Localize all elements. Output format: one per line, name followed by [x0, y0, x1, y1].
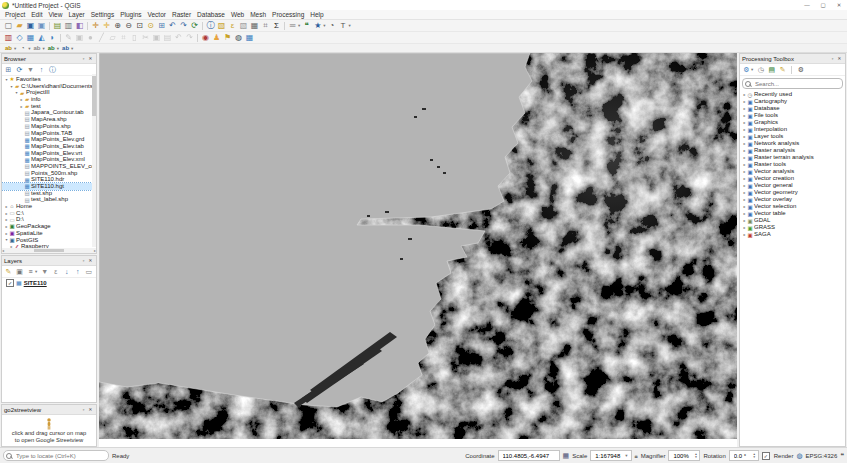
processing-group-grass[interactable]: ▸▣GRASS	[740, 224, 845, 231]
field-calculator-icon[interactable]: ⌗	[260, 20, 271, 31]
cut-features-icon[interactable]: ✂	[140, 32, 151, 43]
data-source-manager-icon[interactable]: ▥	[3, 32, 14, 43]
browser-item-d[interactable]: ▸▭D:\	[2, 216, 96, 223]
menu-mesh[interactable]: Mesh	[247, 10, 269, 19]
menu-plugins[interactable]: Plugins	[117, 10, 144, 19]
processing-group-vector-analysis[interactable]: ▸▣Vector analysis	[740, 168, 845, 175]
select-by-expression-icon[interactable]: ε	[227, 20, 238, 31]
save-project-as-icon[interactable]: ▣	[36, 20, 47, 31]
browser-collapse-all-icon[interactable]: ↑	[37, 65, 46, 74]
processing-group-vector-table[interactable]: ▸▣Vector table	[740, 210, 845, 217]
browser-item-c[interactable]: ▸▭C:\	[2, 210, 96, 217]
spinner-arrows-icon[interactable]: ▲▼	[694, 453, 697, 459]
browser-properties-icon[interactable]: ⓘ	[48, 65, 57, 74]
lock-scale-icon[interactable]: 🔒︎	[635, 451, 638, 461]
menu-database[interactable]: Database	[194, 10, 228, 19]
chevron-down-icon[interactable]: ▾	[625, 453, 627, 458]
processing-models-icon[interactable]: ⚙▾	[742, 65, 754, 74]
notification-plugin-icon[interactable]: ⚑	[222, 32, 233, 43]
processing-group-vector-general[interactable]: ▸▣Vector general	[740, 182, 845, 189]
statistical-summary-icon[interactable]: Σ	[271, 20, 282, 31]
annotation-icon[interactable]: T▾	[338, 20, 352, 31]
toggle-editing-icon[interactable]: ✎	[63, 32, 74, 43]
browser-item-mappoints-shp[interactable]: ▤MapPoints.shp	[2, 123, 96, 130]
processing-edit-in-place-icon[interactable]: ✎	[778, 65, 787, 74]
browser-item-mappoints-elev-vrt[interactable]: ▦MapPoints_Elev.vrt	[2, 150, 96, 157]
save-edits-icon[interactable]: ▣	[74, 32, 85, 43]
go2streetview-plugin-icon[interactable]: ♟	[211, 32, 222, 43]
undo-icon[interactable]: ↶	[173, 32, 184, 43]
browser-item-c-users-dhani-documents-gis-databas[interactable]: ▾▰C:\Users\dhani\Documents\GIS DataBas	[2, 83, 96, 90]
minimize-button[interactable]: —	[799, 0, 815, 10]
processing-group-cartography[interactable]: ▸▣Cartography	[740, 98, 845, 105]
new-print-layout-icon[interactable]: ▤	[52, 20, 63, 31]
new-project-icon[interactable]: ▢	[3, 20, 14, 31]
processing-group-saga[interactable]: ▸▣SAGA	[740, 231, 845, 238]
pan-map-icon[interactable]: ✛	[90, 20, 101, 31]
browser-item-maparea-shp[interactable]: ▤MapArea.shp	[2, 116, 96, 123]
add-group-icon[interactable]: ▣	[15, 267, 24, 276]
zoom-next-icon[interactable]: ↷	[178, 20, 189, 31]
processing-group-vector-overlay[interactable]: ▸▣Vector overlay	[740, 196, 845, 203]
open-project-icon[interactable]: ▰	[14, 20, 25, 31]
maximize-button[interactable]: ▢	[815, 0, 831, 10]
browser-item-mappoints-elev-tab[interactable]: ▦MapPoints_Elev.tab	[2, 143, 96, 150]
processing-group-graphics[interactable]: ▸▣Graphics	[740, 119, 845, 126]
scale-combo[interactable]: ▾	[590, 450, 631, 461]
browser-refresh-icon[interactable]: ⟳	[15, 65, 24, 74]
crs-globe-icon[interactable]: ◍	[796, 451, 802, 461]
map-tips-icon[interactable]: ❝	[301, 20, 312, 31]
browser-filter-icon[interactable]: ▼	[26, 65, 35, 74]
browser-close-icon[interactable]: ✕	[87, 56, 94, 61]
magnifier-spinner[interactable]: ▲▼	[668, 450, 700, 461]
deselect-all-icon[interactable]: ▧	[238, 20, 249, 31]
save-project-icon[interactable]: ▣	[25, 20, 36, 31]
browser-item-test-label-shp[interactable]: ▤test_label.shp	[2, 196, 96, 203]
layer-labeling-button[interactable]: ab▾	[3, 43, 17, 54]
move-label-button[interactable]: ab▾	[60, 43, 74, 54]
magnifier-input[interactable]	[671, 452, 693, 460]
browser-item-mappoints-tab[interactable]: ▤MapPoints.TAB	[2, 130, 96, 137]
style-manager-icon[interactable]: ◧	[74, 20, 85, 31]
processing-group-gdal[interactable]: ▸▣GDAL	[740, 217, 845, 224]
go2streetview-close-icon[interactable]: ✕	[87, 407, 94, 412]
browser-item-info[interactable]: ▸▰info	[2, 96, 96, 103]
remove-layer-icon[interactable]: ▭	[84, 267, 93, 276]
spinner-arrows-icon[interactable]: ▲▼	[753, 453, 756, 459]
measure-icon[interactable]: ═▾	[287, 20, 301, 31]
filter-expression-icon[interactable]: ε	[51, 267, 60, 276]
layers-close-icon[interactable]: ✕	[87, 258, 94, 263]
redo-icon[interactable]: ↷	[184, 32, 195, 43]
browser-item-postgis[interactable]: ▾▣PostGIS	[2, 237, 96, 244]
menu-processing[interactable]: Processing	[269, 10, 307, 19]
processing-results-icon[interactable]: ▤	[767, 65, 776, 74]
filter-legend-icon[interactable]: ▼	[40, 267, 49, 276]
browser-item-mappoints-elev-grd[interactable]: ▦MapPoints_Elev.grd	[2, 136, 96, 143]
refresh-map-icon[interactable]: ⟳	[189, 20, 200, 31]
browser-item-favorites[interactable]: ▾★Favorites	[2, 76, 96, 83]
add-delimited-text-icon[interactable]: ◗	[47, 32, 58, 43]
menu-project[interactable]: Project	[2, 10, 28, 19]
open-attribute-table-icon[interactable]: ▦	[249, 20, 260, 31]
render-checkbox[interactable]: ✓	[762, 452, 770, 460]
layer-visibility-checkbox[interactable]: ✓	[6, 279, 14, 287]
extents-icon[interactable]: ▦	[563, 451, 570, 461]
layout-manager-icon[interactable]: ▥	[63, 20, 74, 31]
collapse-all-icon[interactable]: ↑	[73, 267, 82, 276]
menu-settings[interactable]: Settings	[88, 10, 118, 19]
paste-features-icon[interactable]: ▤	[162, 32, 173, 43]
browser-item-spatialite[interactable]: ▸▣SpatiaLite	[2, 230, 96, 237]
messages-icon[interactable]: ❝	[840, 451, 844, 461]
browser-item-points-500m-shp[interactable]: ▤Points_500m.shp	[2, 170, 96, 177]
processing-group-raster-tools[interactable]: ▸▣Raster tools	[740, 161, 845, 168]
pin-labels-button[interactable]: ab▾	[32, 43, 46, 54]
locate-input[interactable]	[14, 452, 106, 460]
processing-group-vector-geometry[interactable]: ▸▣Vector geometry	[740, 189, 845, 196]
browser-hscrollbar[interactable]: ◂▸	[2, 248, 96, 253]
manage-themes-icon[interactable]: ≡▾	[26, 267, 38, 276]
processing-group-vector-creation[interactable]: ▸▣Vector creation	[740, 175, 845, 182]
browser-item-mappoints-elev-contours-tab[interactable]: ▤MAPPOINTS_ELEV_contours.tab	[2, 163, 96, 170]
new-bookmark-icon[interactable]: ★▾	[312, 20, 326, 31]
crs-code[interactable]: EPSG:4326	[806, 453, 838, 459]
scale-input[interactable]	[593, 452, 625, 460]
